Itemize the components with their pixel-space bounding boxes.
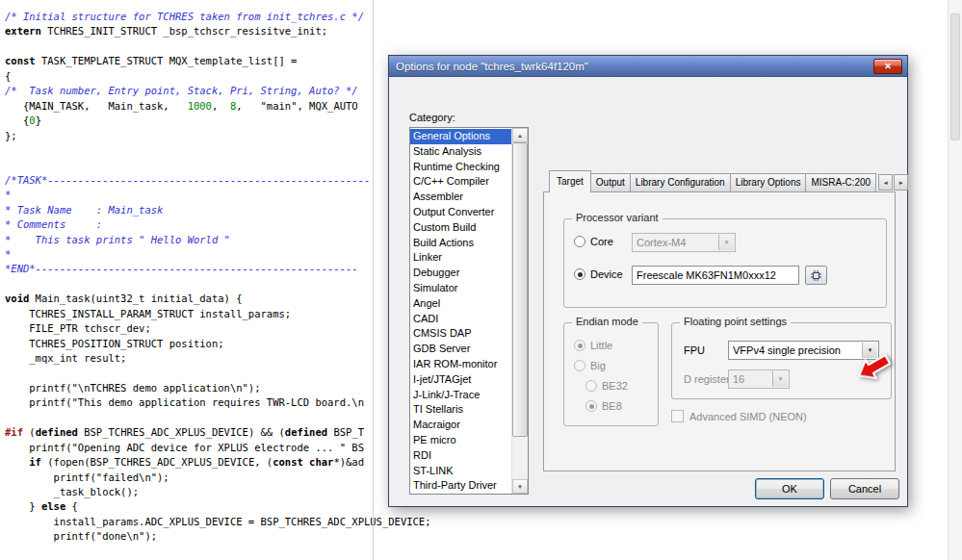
category-item-j-link-j-trace[interactable]: J-Link/J-Trace [410,388,511,403]
neon-checkbox[interactable] [671,410,684,422]
close-button[interactable]: ✕ [873,59,902,74]
radio-big[interactable]: Big [564,355,658,375]
radio-label: Little [590,340,612,351]
cancel-button[interactable]: Cancel [830,478,899,499]
code-line: extern TCHRES_INIT_STRUCT _bsp_tchscr_re… [5,24,431,38]
code-line: printf("done\n"); [5,529,431,544]
code-line: * [5,247,431,262]
floating-point-group-label: Floating point settings [680,316,791,327]
category-item-assembler[interactable]: Assembler [410,190,511,205]
code-line: /* Initial structure for TCHRES taken fr… [5,10,431,24]
core-combobox[interactable]: Cortex-M4 ▼ [632,233,736,252]
category-item-gdb-server[interactable]: GDB Server [410,342,511,357]
code-line [5,143,431,158]
tab-scroll-buttons: ◄ ► [877,174,908,191]
category-item-angel[interactable]: Angel [410,296,511,312]
d-registers-value: 16 [733,373,771,385]
d-registers-combobox[interactable]: 16 ▼ [728,369,790,389]
category-scrollbar[interactable]: ▲ ▼ [511,128,528,494]
device-input[interactable]: Freescale MK63FN1M0xxx12 [632,266,799,285]
core-radio-row[interactable]: Core [574,236,613,247]
tab-library-configuration[interactable]: Library Configuration [630,173,731,191]
category-item-debugger[interactable]: Debugger [410,266,511,281]
radio-little[interactable]: Little [564,335,658,355]
options-dialog: Options for node "tchres_twrk64f120m" ✕ … [388,55,908,507]
fpu-label: FPU [684,344,705,356]
close-icon: ✕ [884,62,892,71]
ok-button[interactable]: OK [755,478,824,499]
code-line: /*TASK*---------------------------------… [5,173,431,188]
category-item-ti-stellaris[interactable]: TI Stellaris [410,402,511,418]
editor-scrollbar-thumb[interactable] [950,13,960,140]
category-item-general-options[interactable]: General Options [410,129,511,144]
code-line: void Main_task(uint32_t initial_data) { [5,292,431,306]
category-item-cmsis-dap[interactable]: CMSIS DAP [410,326,511,342]
radio-icon [585,380,597,392]
radio-be32[interactable]: BE32 [564,375,658,395]
dialog-titlebar[interactable]: Options for node "tchres_twrk64f120m" ✕ [389,56,907,77]
tab-target[interactable]: Target [549,170,591,192]
code-line: install_params.ADC_XPLUS_DEVICE = BSP_TC… [5,515,431,529]
fpu-combobox-value: VFPv4 single precision [733,344,861,356]
tab-scroll-right-button[interactable]: ► [894,174,908,191]
radio-label: BE8 [602,400,622,412]
device-radio-label: Device [590,268,623,280]
category-item-c-c-compiler[interactable]: C/C++ Compiler [410,174,511,190]
category-item-i-jet-jtagjet[interactable]: I-jet/JTAGjet [410,372,511,388]
code-line: FILE_PTR tchscr_dev; [5,321,431,336]
neon-checkbox-row[interactable]: Advanced SIMD (NEON) [671,410,807,422]
category-item-simulator[interactable]: Simulator [410,281,511,296]
code-line: printf("Opening ADC device for XPLUS ele… [5,441,431,455]
code-line [5,367,431,381]
core-combobox-value: Cortex-M4 [637,237,717,248]
chip-icon [810,269,822,282]
endian-mode-group: Endian mode LittleBigBE32BE8 [563,322,659,426]
category-item-output-converter[interactable]: Output Converter [410,205,511,220]
tab-output[interactable]: Output [590,173,631,191]
category-item-build-actions[interactable]: Build Actions [410,236,511,251]
tab-strip: ◄ ► TargetOutputLibrary ConfigurationLib… [549,170,908,192]
scroll-down-icon[interactable]: ▼ [512,479,528,494]
tab-scroll-left-button[interactable]: ◄ [878,174,893,191]
code-line: printf("This demo application requires T… [5,395,431,410]
code-line: _mqx_int result; [5,351,431,366]
code-line: { [5,69,431,84]
core-radio[interactable] [574,236,585,247]
category-item-third-party-driver[interactable]: Third-Party Driver [410,478,511,494]
radio-icon [574,360,585,371]
radio-label: BE32 [602,380,628,392]
category-item-macraigor[interactable]: Macraigor [410,418,511,433]
code-line: TCHRES_POSITION_STRUCT position; [5,337,431,351]
device-radio[interactable] [574,268,585,280]
fpu-combobox[interactable]: VFPv4 single precision ▼ [728,341,879,360]
category-item-cadi[interactable]: CADI [410,312,511,327]
tab-misra-c-200[interactable]: MISRA-C:200 [805,173,876,191]
code-line [5,411,431,425]
editor-vertical-scrollbar[interactable] [948,0,962,560]
code-line [5,158,431,172]
category-item-linker[interactable]: Linker [410,250,511,266]
category-label: Category: [409,112,455,123]
category-item-st-link[interactable]: ST-LINK [410,464,511,479]
dialog-title: Options for node "tchres_twrk64f120m" [396,61,588,72]
category-item-iar-rom-monitor[interactable]: IAR ROM-monitor [410,357,511,372]
device-database-button[interactable] [805,266,827,285]
device-radio-row[interactable]: Device [574,268,623,280]
code-line [5,39,431,54]
code-line: }; [5,129,431,143]
category-item-custom-build[interactable]: Custom Build [410,220,511,236]
scroll-up-icon[interactable]: ▲ [512,128,528,142]
category-item-runtime-checking[interactable]: Runtime Checking [410,160,511,175]
category-item-rdi[interactable]: RDI [410,448,511,464]
tab-library-options[interactable]: Library Options [730,173,807,191]
code-line: printf("\nTCHRES demo application\n"); [5,381,431,395]
category-scrollbar-thumb[interactable] [512,142,528,437]
code-line [5,277,431,292]
radio-be8[interactable]: BE8 [564,395,658,416]
device-input-value: Freescale MK63FN1M0xxx12 [637,269,776,281]
radio-label: Big [590,360,606,371]
code-line: _task_block(); [5,485,431,499]
radio-icon [585,400,597,412]
category-item-static-analysis[interactable]: Static Analysis [410,144,511,160]
category-item-pe-micro[interactable]: PE micro [410,433,511,448]
